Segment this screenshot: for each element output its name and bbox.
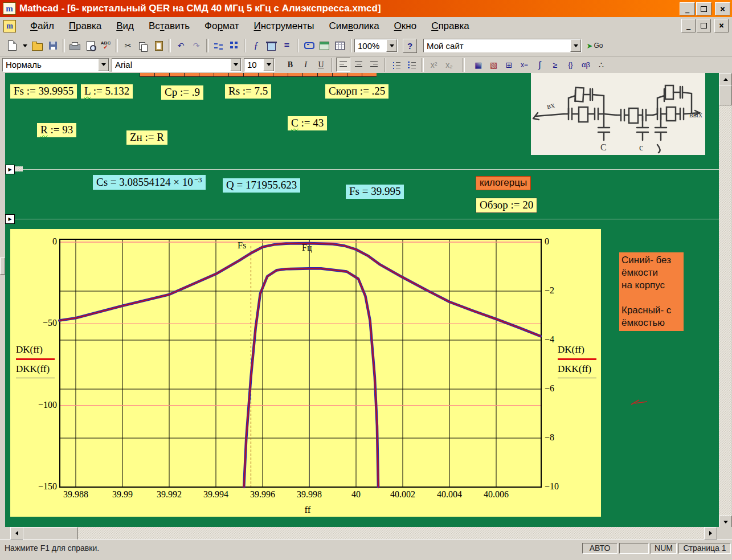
align-left-button[interactable] (336, 58, 350, 72)
chevron-down-icon[interactable] (386, 39, 397, 52)
bold-button[interactable]: B (283, 58, 297, 72)
greek-palette-button[interactable]: αβ (579, 58, 593, 72)
marker-label-fs[interactable]: Fs (238, 240, 246, 251)
copy-button[interactable] (136, 39, 150, 53)
definition-rs[interactable]: Rs := 7.5 (225, 84, 271, 99)
insert-hyperlink-button[interactable] (302, 39, 316, 53)
marker-label-fc[interactable]: Fц (302, 243, 312, 253)
definition-fs[interactable]: Fs := 39.9955 (10, 84, 77, 99)
clipped-region-strip (140, 73, 377, 77)
undo-button[interactable]: ↶ (174, 39, 188, 53)
scroll-down-button[interactable] (719, 516, 732, 528)
open-button[interactable] (30, 39, 44, 53)
insert-component-button[interactable] (317, 39, 332, 53)
vertical-scrollbar[interactable] (719, 73, 731, 527)
definition-obzor[interactable]: Обзор := 20 (476, 198, 537, 213)
menu-file[interactable]: Файл (23, 19, 62, 34)
go-button[interactable]: ➤ Go (582, 39, 607, 53)
legend-annotation[interactable]: Синий- без ёмкости на корпус Красный- с … (619, 252, 684, 331)
collapsed-area-marker[interactable]: ▶ (5, 165, 15, 174)
font-size-combobox[interactable]: 10 (244, 58, 275, 72)
resource-combobox[interactable]: Мой сайт (423, 39, 582, 52)
mathcad-app-icon[interactable]: m (3, 2, 16, 15)
boolean-palette-button[interactable]: ≥ (548, 58, 562, 72)
save-button[interactable] (46, 39, 60, 53)
style-combobox[interactable]: Нормаль (2, 58, 109, 72)
menu-format[interactable]: Формат (197, 19, 246, 34)
underline-button[interactable]: U (314, 58, 328, 72)
calculate-button[interactable]: = (280, 39, 294, 53)
graph-palette-button[interactable]: ▧ (486, 58, 501, 72)
print-preview-button[interactable] (83, 39, 97, 53)
collapsed-area-marker[interactable]: ▶ (5, 214, 15, 224)
scroll-left-button[interactable] (10, 527, 23, 539)
matrix-palette-button[interactable]: ⊞ (502, 58, 516, 72)
new-dropdown-button[interactable] (21, 39, 29, 53)
left-edge-handle[interactable] (0, 257, 5, 275)
menu-symbolics[interactable]: Символика (322, 19, 387, 34)
close-button[interactable]: × (715, 2, 730, 15)
menu-edit[interactable]: Правка (62, 19, 109, 34)
check-spelling-button[interactable]: ABC ✓ (99, 39, 113, 53)
horizontal-scrollbar[interactable] (0, 527, 732, 539)
chart-region[interactable]: Fs Fц DK(ff) DKK(ff) DK(ff) DKK(ff) ff 3… (10, 229, 601, 517)
superscript-button[interactable]: x² (427, 58, 441, 72)
mdi-restore-button[interactable] (697, 19, 711, 32)
insert-table-button[interactable] (333, 39, 347, 53)
minimize-button[interactable]: _ (680, 2, 695, 15)
definition-cp[interactable]: Cp := .9 (161, 85, 203, 100)
menu-view[interactable]: Вид (109, 19, 141, 34)
definition-l[interactable]: L := 5.132 (81, 84, 133, 99)
result-fs[interactable]: Fs = 39.995 (346, 185, 404, 199)
vertical-scroll-thumb[interactable] (719, 85, 732, 105)
numbered-list-icon (408, 61, 416, 69)
document-icon[interactable]: m (3, 20, 16, 32)
help-button[interactable]: ? (403, 39, 417, 53)
chevron-down-icon[interactable] (263, 59, 274, 71)
print-button[interactable] (68, 39, 82, 53)
programming-palette-button[interactable]: {} (563, 58, 578, 72)
evaluation-palette-button[interactable]: x= (517, 58, 531, 72)
insert-function-button[interactable]: ƒ (249, 39, 263, 53)
chevron-down-icon[interactable] (230, 59, 241, 71)
definition-c[interactable]: C := 43 (288, 116, 327, 130)
subscript-button[interactable]: x₂ (442, 58, 456, 72)
calculus-palette-button[interactable]: ∫ (533, 58, 547, 72)
redo-button[interactable]: ↷ (189, 39, 203, 53)
definition-zn[interactable]: Zн := R (126, 130, 167, 145)
result-q[interactable]: Q = 171955.623 (223, 178, 300, 193)
scroll-up-button[interactable] (719, 73, 732, 85)
italic-button[interactable]: I (298, 58, 313, 72)
numbered-list-button[interactable] (404, 58, 419, 72)
menu-tools[interactable]: Инструменты (247, 19, 322, 34)
triangle-right-icon: ▶ (8, 167, 11, 172)
definition-skorp[interactable]: Скорп := .25 (325, 84, 389, 99)
zoom-combobox[interactable]: 100% (354, 39, 398, 52)
menu-window[interactable]: Окно (387, 19, 424, 34)
symbolic-palette-button[interactable]: ∴ (594, 58, 608, 72)
calculator-palette-button[interactable]: ▦ (471, 58, 485, 72)
kilohertz-label[interactable]: килогерцы (476, 176, 531, 190)
scroll-right-button[interactable] (704, 527, 717, 539)
menu-help[interactable]: Справка (424, 19, 477, 34)
mdi-minimize-button[interactable]: _ (681, 19, 696, 32)
new-button[interactable] (5, 39, 19, 53)
align-across-button[interactable] (211, 39, 226, 53)
mdi-close-button[interactable]: × (714, 19, 729, 32)
align-down-button[interactable] (227, 39, 241, 53)
chevron-down-icon[interactable] (570, 39, 581, 52)
align-center-button[interactable] (351, 58, 366, 72)
title-bar[interactable]: m Mathcad - [6- кристальный QER на СМД 4… (0, 0, 732, 17)
insert-unit-button[interactable] (264, 39, 279, 53)
font-combobox[interactable]: Arial (112, 58, 242, 72)
cut-button[interactable]: ✂ (121, 39, 135, 53)
horizontal-scroll-thumb[interactable] (23, 527, 78, 540)
bullet-list-button[interactable] (389, 58, 403, 72)
definition-r[interactable]: R := 93 (37, 123, 76, 137)
result-cs[interactable]: Cs = 3.08554124 × 10−3 (93, 175, 206, 190)
align-right-button[interactable] (367, 58, 381, 72)
menu-insert[interactable]: Вставить (141, 19, 197, 34)
paste-button[interactable] (152, 39, 166, 53)
chevron-down-icon[interactable] (98, 59, 109, 71)
restore-button[interactable] (696, 2, 711, 15)
